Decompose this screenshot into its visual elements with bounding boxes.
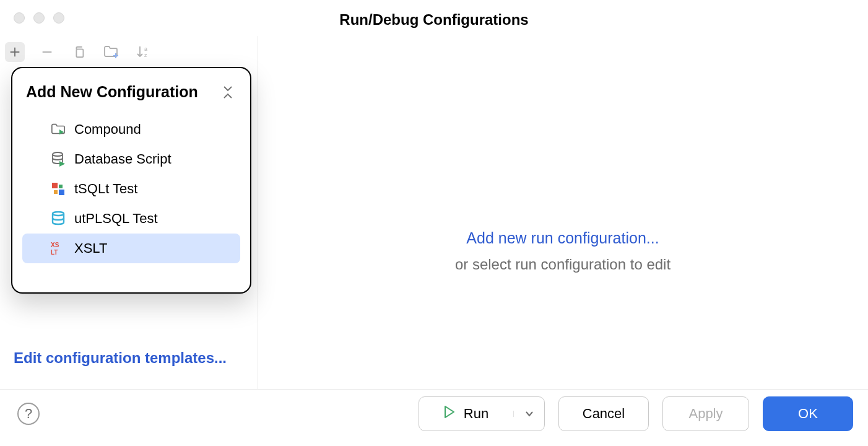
svg-point-16 [53, 212, 64, 216]
config-type-tsqlt[interactable]: tSQLt Test [22, 174, 240, 204]
configurations-toolbar: az [0, 37, 258, 67]
chevron-down-icon [525, 411, 534, 417]
dialog-title: Run/Debug Configurations [0, 11, 868, 28]
svg-rect-13 [59, 185, 63, 188]
svg-rect-3 [76, 49, 83, 57]
config-type-xslt[interactable]: XSLTXSLT [22, 234, 240, 263]
config-type-label: utPLSQL Test [74, 211, 158, 227]
add-configuration-button[interactable] [5, 42, 25, 62]
empty-state-subtext: or select run configuration to edit [258, 256, 868, 273]
svg-marker-19 [445, 406, 454, 418]
svg-rect-15 [59, 190, 64, 195]
new-folder-button [102, 42, 121, 62]
configuration-type-list: CompoundDatabase ScripttSQLt TestutPLSQL… [22, 115, 240, 263]
run-debug-configurations-dialog: Run/Debug Configurations az Add New Conf… [0, 0, 868, 446]
config-type-label: Database Script [74, 151, 171, 167]
apply-button: Apply [662, 396, 749, 431]
sidebar-divider [258, 36, 258, 389]
compound-icon [51, 122, 66, 137]
config-type-utplsql[interactable]: utPLSQL Test [22, 204, 240, 234]
edit-configuration-templates-link[interactable]: Edit configuration templates... [14, 349, 227, 367]
sort-button: az [134, 42, 154, 62]
svg-text:z: z [144, 52, 147, 58]
config-type-label: tSQLt Test [74, 181, 137, 197]
database-icon [51, 152, 66, 167]
svg-point-10 [53, 152, 63, 156]
popup-title: Add New Configuration [26, 83, 198, 101]
svg-rect-14 [54, 190, 58, 194]
run-button[interactable]: Run [419, 406, 513, 422]
config-type-label: Compound [74, 121, 141, 138]
remove-configuration-button [37, 42, 57, 62]
play-icon [444, 406, 455, 422]
run-dropdown-button[interactable] [513, 411, 544, 417]
copy-configuration-button [69, 42, 89, 62]
run-split-button[interactable]: Run [419, 396, 545, 431]
config-type-database[interactable]: Database Script [22, 144, 240, 174]
utplsql-icon [51, 211, 66, 226]
svg-text:LT: LT [51, 249, 58, 255]
collapse-icon[interactable] [219, 84, 237, 101]
footer-divider [0, 389, 868, 390]
svg-text:a: a [144, 46, 147, 52]
add-new-configuration-popup: Add New Configuration CompoundDatabase S… [11, 67, 251, 294]
svg-text:XS: XS [51, 242, 59, 248]
svg-rect-12 [52, 183, 58, 188]
add-new-run-configuration-link[interactable]: Add new run configuration... [258, 229, 868, 247]
xslt-icon: XSLT [51, 241, 66, 256]
main-empty-state: Add new run configuration... or select r… [258, 229, 868, 273]
help-button[interactable]: ? [17, 403, 40, 425]
config-type-compound[interactable]: Compound [22, 115, 240, 144]
cancel-button[interactable]: Cancel [558, 396, 649, 431]
dialog-footer: Run Cancel Apply OK [419, 396, 853, 431]
config-type-label: XSLT [74, 240, 107, 256]
run-button-label: Run [464, 406, 488, 422]
tsqlt-icon [51, 181, 66, 196]
ok-button[interactable]: OK [763, 396, 853, 431]
